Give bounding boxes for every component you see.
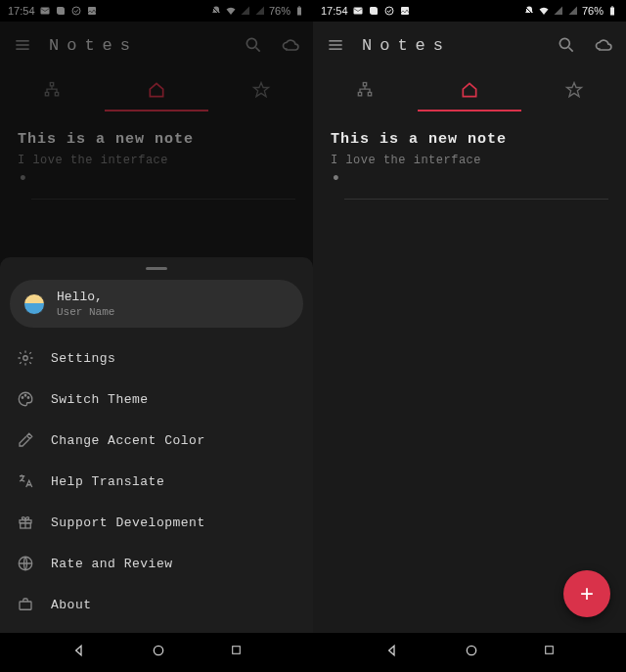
fab-new-note[interactable]: + [563, 570, 610, 617]
tab-star[interactable] [521, 68, 626, 112]
tab-home[interactable] [418, 68, 522, 112]
nav-bar [0, 633, 313, 672]
nav-home[interactable] [151, 643, 166, 663]
svg-rect-38 [369, 93, 372, 96]
menu-item-accent[interactable]: Change Accent Color [6, 420, 307, 461]
menu-item-theme[interactable]: Switch Theme [6, 379, 307, 420]
svg-point-9 [246, 38, 256, 48]
cloud-icon[interactable] [280, 34, 301, 56]
svg-line-35 [569, 48, 573, 52]
svg-rect-11 [51, 83, 54, 86]
menu-label: Rate and Review [51, 557, 173, 571]
username-text: User Name [57, 306, 114, 318]
tab-star[interactable] [208, 68, 313, 112]
sheet-handle[interactable] [146, 267, 167, 270]
svg-point-15 [22, 397, 23, 399]
evernote-icon [368, 5, 380, 17]
mail-icon [39, 5, 51, 17]
menu-item-settings[interactable]: Settings [6, 337, 307, 379]
dimmed-region: 17:54 76% Notes [0, 0, 313, 200]
menu-label: Switch Theme [51, 392, 149, 407]
note-divider [31, 199, 295, 200]
battery-icon [293, 5, 305, 17]
svg-rect-4 [297, 8, 301, 16]
phone-screen-left: 17:54 76% Notes [0, 0, 313, 672]
menu-label: Settings [51, 351, 115, 366]
svg-point-1 [72, 7, 80, 15]
dnd-icon [210, 5, 222, 17]
tab-home[interactable] [105, 68, 209, 112]
bottom-sheet: Hello, User Name Settings Switch Theme C… [0, 257, 313, 633]
wifi-icon [225, 5, 237, 17]
cloud-icon[interactable] [593, 34, 614, 56]
image-icon [86, 5, 98, 17]
sync-icon [70, 5, 82, 17]
svg-rect-13 [56, 93, 59, 96]
signal1-icon [240, 5, 251, 17]
avatar [23, 293, 45, 315]
menu-item-translate[interactable]: Help Translate [6, 461, 307, 502]
svg-rect-22 [20, 602, 31, 609]
status-bar: 17:54 76% [313, 0, 626, 22]
search-icon[interactable] [243, 34, 264, 56]
hello-text: Hello, [57, 290, 114, 304]
svg-point-26 [385, 7, 393, 15]
svg-rect-36 [364, 83, 367, 86]
tabs [313, 68, 626, 112]
menu-label: About [51, 598, 92, 612]
menu-label: Help Translate [51, 474, 164, 489]
eyedropper-icon [16, 430, 35, 450]
user-pill[interactable]: Hello, User Name [10, 280, 303, 328]
svg-rect-12 [46, 93, 49, 96]
svg-rect-37 [359, 93, 362, 96]
tab-indicator [105, 110, 209, 112]
nav-back[interactable] [71, 643, 87, 663]
evernote-icon [55, 5, 67, 17]
phone-screen-right: 17:54 76% Notes This is a new note I lov… [313, 0, 626, 672]
note-divider [344, 199, 608, 200]
signal2-icon [254, 5, 266, 17]
note-body: I love the interface [331, 154, 608, 167]
note-body: I love the interface [18, 154, 295, 167]
svg-rect-40 [545, 647, 553, 654]
nav-back[interactable] [384, 643, 400, 663]
nav-home[interactable] [464, 643, 479, 663]
tab-tree[interactable] [313, 68, 418, 112]
app-header: Notes [0, 22, 313, 68]
menu-item-rate[interactable]: Rate and Review [6, 543, 307, 584]
app-title: Notes [49, 36, 227, 55]
nav-recent[interactable] [230, 644, 243, 661]
menu-item-about[interactable]: About [6, 584, 307, 625]
note-title: This is a new note [331, 131, 608, 148]
nav-bar [313, 633, 626, 672]
svg-line-10 [256, 48, 260, 52]
briefcase-icon [16, 595, 35, 614]
svg-point-17 [27, 397, 29, 399]
svg-rect-5 [298, 7, 300, 8]
tab-indicator [418, 110, 522, 112]
svg-rect-0 [40, 8, 49, 15]
battery-percent: 76% [269, 5, 291, 17]
menu-icon[interactable] [12, 34, 33, 56]
signal1-icon [553, 5, 564, 17]
svg-rect-29 [610, 8, 614, 16]
menu-icon[interactable] [325, 34, 346, 56]
translate-icon [16, 471, 35, 491]
menu-item-support[interactable]: Support Development [6, 502, 307, 543]
gear-icon [16, 348, 35, 368]
globe-star-icon [16, 554, 35, 573]
search-icon[interactable] [556, 34, 577, 56]
gift-icon [16, 513, 35, 532]
svg-point-34 [559, 38, 569, 48]
svg-rect-25 [353, 8, 362, 15]
nav-recent[interactable] [543, 644, 556, 661]
note-card[interactable]: This is a new note I love the interface … [0, 112, 313, 200]
svg-point-23 [154, 646, 162, 654]
app-title: Notes [362, 36, 540, 55]
svg-point-14 [23, 356, 28, 361]
tab-tree[interactable] [0, 68, 105, 112]
wifi-icon [538, 5, 550, 17]
image-icon [399, 5, 411, 17]
status-time: 17:54 [8, 5, 35, 17]
svg-rect-24 [232, 647, 240, 654]
